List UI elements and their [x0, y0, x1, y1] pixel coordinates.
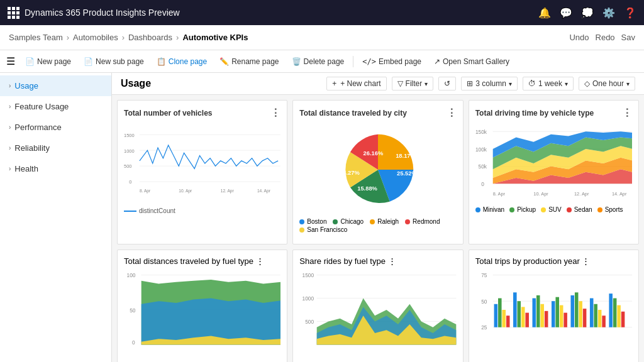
content-area: Usage + + New chart ▽ Filter ▾ ↺ ⊞ 3 col…: [112, 73, 644, 362]
svg-text:14. Apr: 14. Apr: [612, 191, 627, 197]
chart-3-more-button[interactable]: ⋮: [622, 107, 632, 119]
sidebar-item-usage[interactable]: › Usage: [0, 75, 111, 96]
svg-text:50k: 50k: [478, 163, 487, 170]
bar-chart-svg: 75 50 25: [475, 266, 632, 354]
sidebar-feature-label: Feature Usage: [14, 102, 69, 111]
sidebar-item-health[interactable]: › Health: [0, 158, 111, 179]
svg-text:500: 500: [306, 319, 314, 325]
sidebar-item-performance[interactable]: › Performance: [0, 117, 111, 138]
chart-6-title: Total trips by production year ⋮: [475, 256, 632, 266]
redo-button[interactable]: Redo: [596, 33, 615, 42]
breadcrumb-samples-team[interactable]: Samples Team: [9, 33, 63, 42]
sidebar-item-reliability[interactable]: › Reliability: [0, 138, 111, 158]
svg-text:50: 50: [130, 307, 136, 314]
svg-text:500: 500: [124, 163, 131, 169]
chart-4-more-button[interactable]: ⋮: [256, 256, 264, 266]
save-button[interactable]: Sav: [621, 33, 635, 42]
svg-text:12. Apr: 12. Apr: [221, 189, 235, 194]
gallery-icon: ↗: [434, 57, 440, 66]
svg-text:14. Apr: 14. Apr: [257, 189, 271, 194]
grid-icon: [8, 7, 19, 19]
granularity-icon: ◇: [584, 79, 590, 88]
line-legend-marker: [124, 211, 136, 212]
svg-rect-85: [617, 305, 621, 327]
main-layout: › Usage › Feature Usage › Performance › …: [0, 73, 644, 362]
new-chart-button[interactable]: + + New chart: [326, 77, 386, 90]
svg-rect-64: [517, 301, 521, 327]
breadcrumb-sep-1: ›: [67, 33, 69, 42]
time-range-button[interactable]: ⏱ 1 week ▾: [523, 77, 574, 90]
chart-5-more-button[interactable]: ⋮: [388, 256, 396, 266]
svg-rect-84: [613, 299, 617, 327]
chevron-icon: ›: [9, 82, 11, 89]
legend-redmond: Redmond: [405, 218, 440, 225]
filter-button[interactable]: ▽ Filter ▾: [392, 77, 434, 90]
plus-icon: +: [332, 79, 336, 88]
chart-driving-time: Total driving time by vehicle type ⋮ 150…: [469, 100, 639, 244]
chart-total-vehicles: Total number of vehicles ⋮ 1500 1000 500…: [117, 100, 287, 244]
svg-text:26.16%: 26.16%: [364, 150, 384, 156]
chart-1-title: Total number of vehicles ⋮: [124, 107, 280, 119]
nav-icons: 🔔 💬 💭 ⚙️ ❓: [538, 7, 636, 19]
bell-icon[interactable]: 🔔: [538, 7, 551, 19]
clone-page-button[interactable]: 📋 Clone page: [152, 55, 212, 68]
breadcrumb-automobiles[interactable]: Automobiles: [73, 33, 118, 42]
toolbar-divider: [353, 56, 353, 67]
granularity-button[interactable]: ◇ One hour ▾: [579, 77, 635, 90]
columns-button[interactable]: ⊞ 3 column ▾: [461, 77, 518, 90]
svg-rect-80: [594, 304, 597, 327]
refresh-button[interactable]: ↺: [438, 77, 456, 90]
svg-text:10. Apr: 10. Apr: [179, 189, 192, 194]
chart-6-more-button[interactable]: ⋮: [582, 256, 590, 266]
chart-4-title: Total distances traveled by fuel type ⋮: [124, 256, 280, 266]
svg-text:14.27%: 14.27%: [340, 170, 360, 176]
delete-page-button[interactable]: 🗑️ Delete page: [287, 55, 350, 68]
undo-button[interactable]: Undo: [569, 33, 589, 42]
svg-rect-62: [506, 315, 510, 327]
app-icon[interactable]: Dynamics 365 Product Insights Preview: [8, 7, 180, 19]
new-sub-page-button[interactable]: 📄 New sub page: [79, 55, 149, 68]
area-chart-rides-svg: 1500 1000 500: [299, 266, 456, 354]
granularity-dropdown-arrow: ▾: [626, 80, 630, 87]
chart-2-title: Total distance traveled by city ⋮: [299, 107, 456, 119]
settings-icon[interactable]: ⚙️: [602, 7, 615, 19]
sidebar-performance-label: Performance: [14, 123, 61, 132]
rename-page-button[interactable]: ✏️ Rename page: [214, 55, 284, 68]
sidebar-item-feature-usage[interactable]: › Feature Usage: [0, 96, 111, 117]
svg-text:12. Apr: 12. Apr: [574, 191, 589, 197]
svg-rect-77: [579, 301, 582, 327]
svg-rect-74: [564, 313, 567, 327]
feedback-icon[interactable]: 💭: [581, 7, 594, 19]
svg-text:1000: 1000: [303, 295, 314, 302]
smart-gallery-button[interactable]: ↗ Open Smart Gallery: [429, 55, 514, 68]
chart-3-title: Total driving time by vehicle type ⋮: [475, 107, 632, 119]
svg-rect-66: [525, 313, 529, 327]
chat-icon[interactable]: 💬: [560, 7, 572, 19]
svg-text:0: 0: [132, 339, 135, 346]
chart-1-more-button[interactable]: ⋮: [270, 107, 280, 119]
breadcrumb-dashboards[interactable]: Dashboards: [128, 33, 172, 42]
charts-row-2: Total distances traveled by fuel type ⋮ …: [112, 244, 644, 362]
chevron-icon-4: ›: [9, 145, 11, 151]
chart-2-more-button[interactable]: ⋮: [447, 107, 457, 119]
svg-text:1500: 1500: [303, 272, 314, 278]
columns-dropdown-arrow: ▾: [509, 80, 512, 87]
hamburger-icon[interactable]: ☰: [6, 55, 15, 67]
legend-minivan: Minivan: [475, 206, 504, 213]
sidebar: › Usage › Feature Usage › Performance › …: [0, 73, 112, 362]
chevron-icon-2: ›: [9, 103, 11, 110]
legend-suv: SUV: [541, 206, 562, 213]
rename-page-icon: ✏️: [219, 57, 229, 66]
svg-text:75: 75: [481, 272, 487, 278]
chart-1-legend: distinctCount: [124, 207, 280, 214]
embed-page-button[interactable]: </> Embed page: [357, 55, 426, 68]
new-page-icon: 📄: [25, 57, 35, 66]
pie-legend: Boston Chicago Raleigh Redmond: [299, 218, 456, 233]
svg-rect-81: [598, 310, 602, 327]
help-icon[interactable]: ❓: [624, 7, 636, 19]
svg-text:0: 0: [129, 179, 131, 185]
svg-rect-76: [575, 292, 579, 327]
svg-rect-63: [513, 292, 517, 327]
new-page-button[interactable]: 📄 New page: [20, 55, 76, 68]
legend-chicago: Chicago: [333, 218, 364, 225]
